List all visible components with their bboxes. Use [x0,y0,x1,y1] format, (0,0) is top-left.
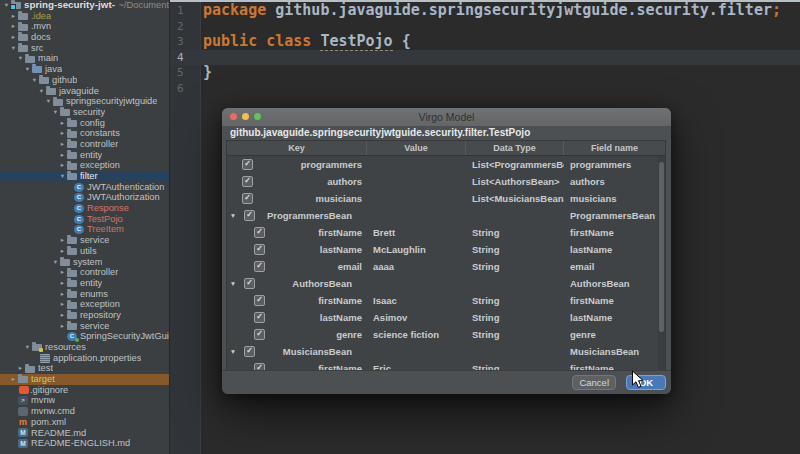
tree-item-javaguide[interactable]: ▾javaguide [0,86,169,97]
line-number[interactable]: 3 [170,34,200,50]
column-header-field-name[interactable]: Field name [564,141,665,155]
row-checkbox[interactable]: ✓ [254,295,265,306]
table-row[interactable]: ✓programmersList<ProgrammersBean>program… [227,156,665,173]
value-cell[interactable]: Asimov [367,312,466,323]
code-line[interactable]: 4 [170,50,800,66]
code-line[interactable]: 3public class TestPojo { [170,34,800,50]
expand-arrow-icon[interactable]: ▸ [58,310,67,321]
expand-arrow-icon[interactable]: ▸ [9,32,18,43]
row-checkbox[interactable]: ✓ [254,227,265,238]
line-number[interactable]: 4 [170,50,200,66]
row-checkbox[interactable]: ✓ [254,312,265,323]
tree-item-test[interactable]: ▸test [0,363,169,374]
value-cell[interactable]: McLaughlin [367,244,466,255]
cancel-button[interactable]: Cancel [572,375,616,390]
tree-item-spring-security-jwt-guide[interactable]: ▾spring-security-jwt-guide~/Document [0,0,169,11]
code-line[interactable]: 6 [170,81,800,97]
expand-arrow-icon[interactable]: ▸ [58,118,67,129]
expand-arrow-icon[interactable]: ▸ [9,374,18,385]
tree-item-target[interactable]: ▸target [0,374,169,385]
code-line[interactable]: 1package github.javaguide.springsecurity… [170,3,800,19]
collapse-arrow-icon[interactable]: ▼ [229,280,237,287]
value-cell[interactable]: aaaa [367,261,466,272]
tree-item-entity[interactable]: ▸entity [0,150,169,161]
table-row[interactable]: ✓emailaaaaStringemail [227,258,665,275]
collapse-arrow-icon[interactable]: ▾ [9,43,18,54]
value-cell[interactable]: Isaac [367,295,466,306]
row-checkbox[interactable]: ✓ [242,193,253,204]
code-line[interactable]: 5} [170,65,800,81]
expand-arrow-icon[interactable]: ▸ [58,139,67,150]
tree-item--idea[interactable]: ▸.idea [0,11,169,22]
collapse-arrow-icon[interactable]: ▼ [229,212,237,219]
tree-item-pom-xml[interactable]: mpom.xml [0,417,169,428]
collapse-arrow-icon[interactable]: ▾ [37,86,46,97]
tree-item-controller[interactable]: ▸controller [0,267,169,278]
tree-item--gitignore[interactable]: .gitignore [0,385,169,396]
tree-item-jwtauthentication[interactable]: CJWTAuthentication [0,182,169,193]
expand-arrow-icon[interactable]: ▸ [58,235,67,246]
expand-arrow-icon[interactable]: ▸ [16,363,25,374]
tree-item-service[interactable]: ▸service [0,235,169,246]
row-checkbox[interactable]: ✓ [254,244,265,255]
expand-arrow-icon[interactable]: ▸ [58,246,67,257]
tree-item-entity[interactable]: ▸entity [0,278,169,289]
collapse-arrow-icon[interactable]: ▾ [16,53,25,64]
table-row[interactable]: ✓lastNameMcLaughlinStringlastName [227,241,665,258]
collapse-arrow-icon[interactable]: ▾ [51,257,60,268]
collapse-arrow-icon[interactable]: ▾ [58,171,67,182]
expand-arrow-icon[interactable]: ▸ [58,128,67,139]
tree-item-constants[interactable]: ▸constants [0,128,169,139]
table-row[interactable]: ✓musiciansList<MusiciansBean>musicians [227,190,665,207]
value-cell[interactable]: science fiction [367,329,466,340]
tree-item-exception[interactable]: ▸exception [0,160,169,171]
tree-item-java[interactable]: ▾java [0,64,169,75]
table-row[interactable]: ✓firstNameBrettStringfirstName [227,224,665,241]
expand-arrow-icon[interactable]: ▸ [58,299,67,310]
expand-arrow-icon[interactable]: ▸ [58,289,67,300]
tree-item-application-properties[interactable]: application.properties [0,353,169,364]
tree-item-springsecurityjwtguide[interactable]: CSpringSecurityJwtGuide [0,331,169,342]
table-row[interactable]: ✓genrescience fictionStringgenre [227,326,665,343]
tree-item-system[interactable]: ▾system [0,257,169,268]
tree-item-security[interactable]: ▾security [0,107,169,118]
column-header-key[interactable]: Key [227,141,367,155]
collapse-arrow-icon[interactable]: ▾ [51,107,60,118]
collapse-arrow-icon[interactable]: ▾ [30,75,39,86]
tree-item--mvn[interactable]: ▸.mvn [0,21,169,32]
row-checkbox[interactable]: ✓ [242,176,253,187]
tree-item-mvnw-cmd[interactable]: mvnw.cmd [0,406,169,417]
tree-item-springsecurityjwtguide[interactable]: ▾springsecurityjwtguide [0,96,169,107]
dialog-titlebar[interactable]: Virgo Model [222,108,671,126]
tree-item-jwtauthorization[interactable]: CJWTAuthorization [0,192,169,203]
close-window-icon[interactable] [230,113,237,120]
line-number[interactable]: 6 [170,81,200,97]
collapse-arrow-icon[interactable]: ▼ [229,348,237,355]
expand-arrow-icon[interactable]: ▸ [58,160,67,171]
tree-item-enums[interactable]: ▸enums [0,289,169,300]
table-scrollbar[interactable] [658,156,665,372]
tree-item-treeitem[interactable]: CTreeItem [0,224,169,235]
value-cell[interactable]: Brett [367,227,466,238]
row-checkbox[interactable]: ✓ [254,329,265,340]
project-tree-panel[interactable]: ▾spring-security-jwt-guide~/Document▸.id… [0,0,170,454]
column-header-data-type[interactable]: Data Type [466,141,564,155]
tree-item-controller[interactable]: ▸controller [0,139,169,150]
table-row[interactable]: ✓lastNameAsimovStringlastName [227,309,665,326]
expand-arrow-icon[interactable]: ▸ [9,21,18,32]
tree-item-repository[interactable]: ▸repository [0,310,169,321]
tree-item-github[interactable]: ▾github [0,75,169,86]
tree-item-main[interactable]: ▾main [0,53,169,64]
collapse-arrow-icon[interactable]: ▾ [23,64,32,75]
tree-item-utils[interactable]: ▸utils [0,246,169,257]
row-checkbox[interactable]: ✓ [242,159,253,170]
row-checkbox[interactable]: ✓ [254,261,265,272]
table-row[interactable]: ▼✓MusiciansBeanMusiciansBean [227,343,665,360]
expand-arrow-icon[interactable]: ▸ [58,321,67,332]
collapse-arrow-icon[interactable]: ▾ [23,342,32,353]
tree-item-mvnw[interactable]: >mvnw [0,395,169,406]
tree-item-readme-english-md[interactable]: MREADME-ENGLISH.md [0,438,169,449]
tree-item-service[interactable]: ▸service [0,321,169,332]
tree-item-filter[interactable]: ▾filter [0,171,169,182]
zoom-window-icon[interactable] [254,113,261,120]
